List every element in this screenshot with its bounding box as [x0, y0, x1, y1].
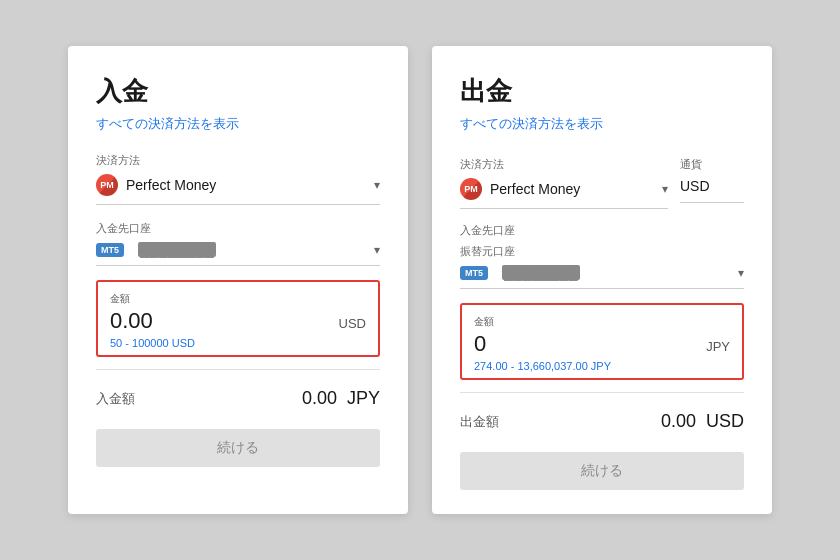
- deposit-payment-label: 決済方法: [96, 153, 380, 168]
- withdrawal-total-row: 出金額 0.00 USD: [460, 405, 744, 438]
- withdrawal-amount-range: 274.00 - 13,660,037.00 JPY: [474, 360, 730, 372]
- withdrawal-currency-value: USD: [680, 178, 710, 194]
- deposit-account-mask: ████████: [138, 242, 216, 257]
- perfect-money-icon: PM: [96, 174, 118, 196]
- withdrawal-payment-select[interactable]: PM Perfect Money ▾: [460, 178, 668, 209]
- withdrawal-total-label: 出金額: [460, 413, 499, 431]
- deposit-total-value: 0.00 JPY: [302, 388, 380, 409]
- withdrawal-continue-button[interactable]: 続ける: [460, 452, 744, 490]
- deposit-title: 入金: [96, 74, 380, 109]
- withdrawal-amount-value[interactable]: 0: [474, 331, 486, 357]
- deposit-account-badge: MT5: [96, 243, 124, 257]
- withdrawal-account-badge: MT5: [460, 266, 488, 280]
- withdrawal-payment-label: 決済方法: [460, 157, 668, 172]
- deposit-amount-value[interactable]: 0.00: [110, 308, 153, 334]
- deposit-payment-chevron: ▾: [374, 178, 380, 192]
- withdrawal-amount-box[interactable]: 金額 0 JPY 274.00 - 13,660,037.00 JPY: [460, 303, 744, 380]
- deposit-show-all-link[interactable]: すべての決済方法を表示: [96, 115, 380, 133]
- withdrawal-deposit-account-label: 入金先口座: [460, 223, 744, 238]
- withdrawal-account-row[interactable]: MT5 ████████ ▾: [460, 265, 744, 289]
- withdrawal-amount-currency: JPY: [706, 339, 730, 354]
- deposit-card: 入金 すべての決済方法を表示 決済方法 PM Perfect Money ▾ 入…: [68, 46, 408, 514]
- deposit-total-label: 入金額: [96, 390, 135, 408]
- withdrawal-amount-label: 金額: [474, 315, 730, 329]
- deposit-account-label: 入金先口座: [96, 221, 380, 236]
- withdrawal-payment-value: Perfect Money: [490, 181, 580, 197]
- withdrawal-exchange-account-label: 振替元口座: [460, 244, 744, 259]
- withdrawal-payment-chevron: ▾: [662, 182, 668, 196]
- withdrawal-account-chevron: ▾: [738, 266, 744, 280]
- withdrawal-total-value: 0.00 USD: [661, 411, 744, 432]
- deposit-continue-button[interactable]: 続ける: [96, 429, 380, 467]
- withdrawal-pm-icon: PM: [460, 178, 482, 200]
- withdrawal-currency-label: 通貨: [680, 157, 744, 172]
- deposit-amount-box[interactable]: 金額 0.00 USD 50 - 100000 USD: [96, 280, 380, 357]
- deposit-account-row[interactable]: MT5 ████████ ▾: [96, 242, 380, 266]
- withdrawal-account-mask: ████████: [502, 265, 580, 280]
- deposit-amount-range: 50 - 100000 USD: [110, 337, 366, 349]
- deposit-amount-currency: USD: [339, 316, 366, 331]
- deposit-divider: [96, 369, 380, 370]
- deposit-amount-label: 金額: [110, 292, 366, 306]
- withdrawal-divider: [460, 392, 744, 393]
- withdrawal-currency-field: USD: [680, 178, 744, 203]
- deposit-total-row: 入金額 0.00 JPY: [96, 382, 380, 415]
- withdrawal-show-all-link[interactable]: すべての決済方法を表示: [460, 115, 744, 133]
- withdrawal-title: 出金: [460, 74, 744, 109]
- deposit-payment-select[interactable]: PM Perfect Money ▾: [96, 174, 380, 205]
- deposit-payment-value: Perfect Money: [126, 177, 216, 193]
- deposit-account-chevron: ▾: [374, 243, 380, 257]
- withdrawal-card: 出金 すべての決済方法を表示 決済方法 PM Perfect Money ▾ 通…: [432, 46, 772, 514]
